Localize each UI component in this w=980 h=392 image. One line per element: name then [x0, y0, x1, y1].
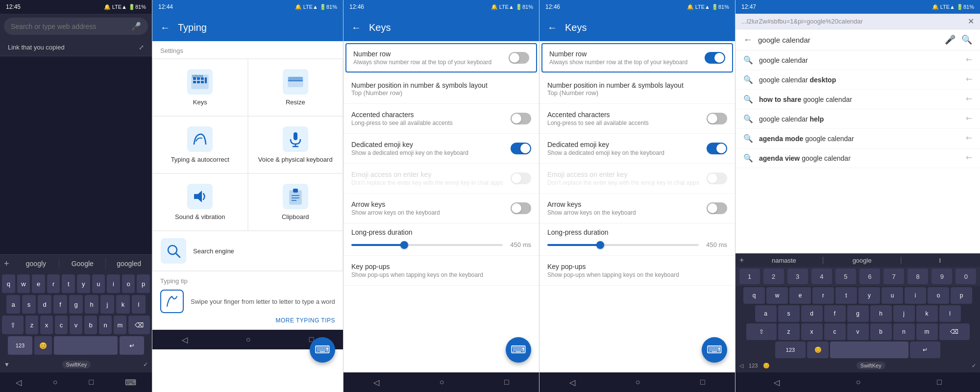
key-b[interactable]: b — [84, 316, 97, 334]
p5-key-enter[interactable]: ↵ — [910, 342, 940, 358]
p5-key-l[interactable]: l — [939, 305, 961, 322]
key-j[interactable]: j — [100, 295, 114, 314]
num-key-2[interactable]: 2 — [763, 269, 784, 284]
search-bar[interactable]: 🎤 — [4, 18, 148, 35]
setting-number-row-3[interactable]: Number row Always show number row at the… — [345, 43, 537, 73]
p5-key-m[interactable]: m — [916, 323, 938, 340]
p5-key-w[interactable]: w — [766, 287, 788, 304]
p5-key-123[interactable]: 123 — [775, 342, 806, 358]
search-input[interactable] — [11, 23, 127, 30]
mic-icon[interactable]: 🎤 — [131, 22, 141, 31]
p5-key-s[interactable]: s — [778, 305, 800, 322]
p5-key-i[interactable]: i — [905, 287, 926, 304]
key-t[interactable]: t — [62, 274, 75, 293]
suggestion-row-2[interactable]: 🔍 google calendar desktop ↗ — [735, 70, 980, 90]
p5-key-backspace[interactable]: ⌫ — [939, 323, 970, 340]
nav-home-2[interactable]: ○ — [246, 335, 251, 344]
p5-key-j[interactable]: j — [893, 305, 915, 322]
suggestion-row-1[interactable]: 🔍 google calendar ↗ — [735, 50, 980, 70]
key-r[interactable]: r — [47, 274, 60, 293]
slider-wrap-4[interactable]: 450 ms — [547, 241, 727, 248]
setting-emoji-key-4[interactable]: Dedicated emoji key Show a dedicated emo… — [539, 134, 735, 164]
p5-key-d[interactable]: d — [801, 305, 823, 322]
num-key-0[interactable]: 0 — [956, 269, 976, 284]
nav-back-3[interactable]: ◁ — [373, 378, 379, 387]
key-h[interactable]: h — [85, 295, 98, 314]
nav-home-5[interactable]: ○ — [856, 378, 861, 387]
suggestion-googly[interactable]: googly — [13, 258, 60, 270]
p5-key-p[interactable]: p — [951, 287, 972, 304]
nav-recent-3[interactable]: □ — [504, 378, 509, 387]
key-n[interactable]: n — [99, 316, 112, 334]
toggle-accented-4[interactable] — [707, 113, 727, 124]
num-key-6[interactable]: 6 — [859, 269, 880, 284]
back-arrow-4[interactable]: ← — [547, 22, 557, 33]
fab-keyboard-button-3[interactable]: ⌨ — [506, 337, 531, 363]
key-s[interactable]: s — [22, 295, 36, 314]
p5-key-e[interactable]: e — [789, 287, 811, 304]
key-shift[interactable]: ⇧ — [2, 316, 24, 334]
nav-home-4[interactable]: ○ — [636, 378, 640, 387]
p5-key-t[interactable]: t — [835, 287, 857, 304]
slider-track-3[interactable] — [351, 244, 503, 246]
toggle-arrow-4[interactable] — [707, 202, 727, 214]
suggestion-googled[interactable]: googled — [106, 258, 152, 270]
back-arrow-5[interactable]: ← — [743, 35, 752, 45]
suggestion-row-5[interactable]: 🔍 agenda mode google calendar ↗ — [735, 129, 980, 148]
toggle-number-row-3[interactable] — [509, 52, 529, 64]
p5-key-u[interactable]: u — [882, 287, 903, 304]
nav-home-3[interactable]: ○ — [440, 378, 444, 387]
settings-item-sound[interactable]: Sound & vibration — [152, 173, 248, 231]
toggle-accented-3[interactable] — [511, 113, 531, 124]
suggestion-plus[interactable]: + — [0, 259, 13, 269]
key-m[interactable]: m — [114, 316, 126, 334]
nav-back-1[interactable]: ◁ — [16, 378, 22, 387]
setting-number-row-4[interactable]: Number row Always show number row at the… — [541, 43, 733, 73]
key-f[interactable]: f — [53, 295, 67, 314]
settings-item-voice[interactable]: Voice & physical keyboard — [248, 116, 343, 173]
key-x[interactable]: x — [40, 316, 53, 334]
suggestion-row-3[interactable]: 🔍 how to share google calendar ↗ — [735, 90, 980, 109]
slider-track-4[interactable] — [547, 244, 699, 246]
num-key-1[interactable]: 1 — [739, 269, 760, 284]
p5-key-shift[interactable]: ⇧ — [746, 323, 777, 340]
back-arrow-3[interactable]: ← — [351, 22, 361, 33]
toggle-arrow-3[interactable] — [511, 202, 531, 214]
settings-item-search-engine[interactable]: Search engine — [152, 231, 343, 271]
p5-key-z[interactable]: z — [778, 323, 800, 340]
setting-accented-3[interactable]: Accented characters Long-press to see al… — [343, 104, 539, 134]
nav-recent-4[interactable]: □ — [700, 378, 705, 387]
suggestion-row-4[interactable]: 🔍 google calendar help ↗ — [735, 109, 980, 129]
nav-back-2[interactable]: ◁ — [182, 335, 188, 344]
setting-emoji-key-3[interactable]: Dedicated emoji key Show a dedicated emo… — [343, 134, 539, 164]
more-tips-button[interactable]: MORE TYPING TIPS — [160, 313, 335, 324]
key-l[interactable]: l — [132, 295, 146, 314]
key-123[interactable]: 123 — [8, 336, 32, 355]
back-arrow-2[interactable]: ← — [160, 22, 170, 33]
p5-key-x[interactable]: x — [801, 323, 823, 340]
key-backspace[interactable]: ⌫ — [128, 316, 150, 334]
num-key-4[interactable]: 4 — [811, 269, 832, 284]
nav-keyboard-1[interactable]: ⌨ — [125, 378, 136, 387]
p5-key-h[interactable]: h — [870, 305, 892, 322]
fab-keyboard-button-2[interactable]: ⌨ — [310, 337, 335, 363]
slider-thumb-4[interactable] — [596, 241, 604, 249]
suggestion-row-6[interactable]: 🔍 agenda view google calendar ↗ — [735, 148, 980, 168]
key-w[interactable]: w — [17, 274, 30, 293]
p5-emoji-nav[interactable]: 😊 — [763, 363, 770, 368]
setting-number-position-4[interactable]: Number position in number & symbols layo… — [539, 74, 735, 104]
key-p[interactable]: p — [137, 274, 150, 293]
p5-key-c[interactable]: c — [824, 323, 846, 340]
num-key-5[interactable]: 5 — [835, 269, 856, 284]
num-key-9[interactable]: 9 — [931, 269, 952, 284]
setting-accented-4[interactable]: Accented characters Long-press to see al… — [539, 104, 735, 134]
key-v[interactable]: v — [70, 316, 82, 334]
p5-key-n[interactable]: n — [893, 323, 915, 340]
toggle-number-row-4[interactable] — [705, 52, 725, 64]
p5-123-label[interactable]: 123 — [749, 363, 758, 368]
p5-sugg-namaste[interactable]: namaste — [748, 257, 820, 264]
search-back-input[interactable]: google calendar — [758, 36, 939, 44]
setting-popups-3[interactable]: Key pop-ups Show pop-ups when tapping ke… — [343, 256, 539, 286]
p5-sugg-google[interactable]: google — [826, 257, 898, 264]
suggestion-google[interactable]: Google — [59, 258, 106, 270]
